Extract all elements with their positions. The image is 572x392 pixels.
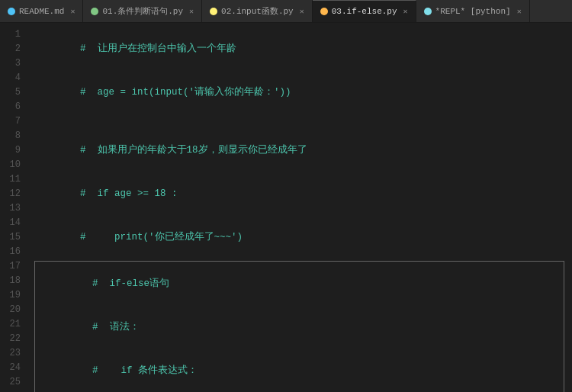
code-content[interactable]: # 让用户在控制台中输入一个年龄 # age = int(input('请输入你… (27, 23, 572, 392)
tab-input[interactable]: 02.input函数.py ✕ (202, 0, 313, 23)
code-line-1: # 让用户在控制台中输入一个年龄 (34, 27, 564, 71)
tab-label-readme: README.md (19, 7, 64, 16)
close-tab-conditions[interactable]: ✕ (189, 7, 194, 16)
tab-icon-ifelse (320, 8, 328, 15)
code-line-5: # if age >= 18 : (34, 172, 564, 216)
tab-label-ifelse: 03.if-else.py (332, 7, 397, 16)
close-tab-repl[interactable]: ✕ (517, 7, 522, 16)
close-tab-input[interactable]: ✕ (300, 7, 304, 16)
tab-bar: README.md ✕ 01.条件判断语句.py ✕ 02.input函数.py… (0, 0, 572, 23)
app-window: README.md ✕ 01.条件判断语句.py ✕ 02.input函数.py… (0, 0, 572, 392)
tab-label-input: 02.input函数.py (221, 5, 294, 17)
code-line-9: # if 条件表达式： (35, 349, 564, 392)
tab-ifelse[interactable]: 03.if-else.py ✕ (313, 0, 416, 23)
box-syntax: # if-else语句 # 语法： # if 条件表达式： # 代码块 # el… (34, 261, 564, 392)
code-line-3 (34, 114, 564, 129)
tab-icon-readme (8, 8, 15, 15)
tab-icon-repl (424, 8, 432, 15)
code-line-8: # 语法： (35, 306, 564, 349)
tab-icon-conditions (91, 8, 98, 15)
tab-readme[interactable]: README.md ✕ (0, 0, 83, 23)
code-line-6: # print('你已经成年了~~~') (34, 216, 564, 259)
code-line-4: # 如果用户的年龄大于18岁，则显示你已经成年了 (34, 129, 564, 172)
tab-label-conditions: 01.条件判断语句.py (102, 5, 183, 17)
tab-conditions[interactable]: 01.条件判断语句.py ✕ (83, 0, 202, 23)
code-line-7: # if-else语句 (35, 262, 564, 306)
close-tab-ifelse[interactable]: ✕ (403, 7, 408, 16)
close-tab-readme[interactable]: ✕ (70, 7, 75, 16)
tab-repl[interactable]: *REPL* [python] ✕ (416, 0, 530, 23)
tab-label-repl: *REPL* [python] (435, 7, 511, 16)
editor-area: 1 2 3 4 5 6 7 8 9 10 11 12 13 14 15 16 1… (0, 23, 572, 392)
line-numbers: 1 2 3 4 5 6 7 8 9 10 11 12 13 14 15 16 1… (0, 23, 27, 392)
code-line-2: # age = int(input('请输入你的年龄：')) (34, 71, 564, 114)
tab-icon-input (210, 8, 217, 15)
